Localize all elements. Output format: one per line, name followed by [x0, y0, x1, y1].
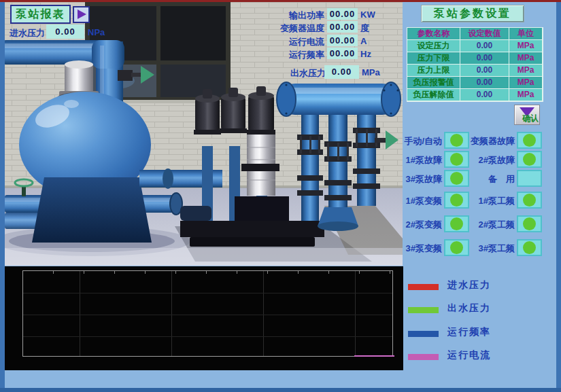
legend-swatch-run-current: [408, 354, 439, 360]
param-value[interactable]: 0.00: [460, 52, 509, 65]
status-label-vfd-fault: 变频器故障: [468, 135, 515, 147]
play-triangle-icon: [78, 10, 86, 19]
legend-label-run-frequency: 运行频率: [447, 326, 491, 338]
frame-border-left: [0, 2, 5, 392]
param-name: 压力上限: [407, 65, 460, 77]
status-indicator-pump2-fault: [517, 151, 542, 168]
legend-swatch-outlet-pressure: [408, 307, 439, 313]
legend-swatch-inlet-pressure: [408, 284, 439, 290]
param-name: 设定压力: [407, 40, 460, 52]
tank-pedestal: [32, 177, 152, 243]
output-power-value: 00.00: [327, 8, 358, 20]
status-indicator-manual-auto: [444, 132, 469, 149]
indicator-lamp-icon: [523, 153, 536, 166]
run-current-unit: A: [360, 36, 367, 46]
inverter-temp-label: 变频器温度: [271, 22, 324, 35]
status-label-pump1-mains: 1#泵工频: [468, 195, 515, 207]
hmi-screen: 泵站报表 进水压力 0.00 NPa 输出功率 00.00 KW 变频器温度 0…: [0, 0, 561, 392]
col-header-set-value: 设定数值: [460, 28, 509, 40]
report-nav-button[interactable]: [73, 6, 90, 23]
inverter-temp-unit: 度: [360, 22, 369, 35]
status-indicator-pump3-vfd: [444, 239, 469, 256]
param-unit: MPa: [509, 65, 543, 77]
legend-label-run-current: 运行电流: [447, 349, 491, 361]
param-unit: MPa: [509, 77, 543, 89]
run-frequency-unit: Hz: [360, 49, 371, 59]
settings-panel-title: 泵站参数设置: [421, 5, 524, 22]
outlet-pressure-value: 0.00: [324, 65, 359, 79]
param-value[interactable]: 0.00: [460, 77, 509, 89]
frame-border-right: [556, 2, 561, 392]
inlet-pressure-label: 进水压力: [10, 27, 45, 39]
status-label-pump3-fault: 3#泵故障: [398, 173, 442, 185]
indicator-lamp-icon: [523, 134, 536, 147]
status-indicator-pump1-vfd: [444, 192, 469, 209]
frame-border-top: [0, 0, 561, 2]
inlet-pressure-unit: NPa: [88, 27, 105, 37]
param-unit: MPa: [509, 52, 543, 65]
status-label-pump3-vfd: 3#泵变频: [398, 243, 442, 255]
run-current-value: 00.00: [327, 35, 358, 46]
indicator-lamp-icon: [450, 194, 463, 207]
run-current-trace: [354, 355, 394, 357]
col-header-param-name: 参数名称: [407, 28, 460, 40]
confirm-button-label: 确认: [522, 113, 539, 124]
frame-border-bottom: [0, 388, 561, 392]
inlet-pressure-value: 0.00: [46, 24, 84, 39]
status-indicator-pump2-vfd: [444, 215, 469, 232]
param-name: 负压解除值: [407, 89, 460, 101]
param-name: 压力下限: [407, 52, 460, 65]
x-axis-ticks: [23, 271, 392, 274]
param-value[interactable]: 0.00: [460, 89, 509, 101]
indicator-lamp-icon: [523, 217, 536, 230]
param-value[interactable]: 0.00: [460, 40, 509, 52]
outlet-pressure-label: 出水压力: [290, 67, 326, 79]
status-indicator-pump2-mains: [517, 215, 542, 232]
status-label-pump2-mains: 2#泵工频: [468, 219, 515, 231]
col-header-unit: 单位: [509, 28, 543, 40]
legend-swatch-run-frequency: [408, 331, 439, 337]
confirm-button[interactable]: 确认: [514, 105, 540, 125]
param-unit: MPa: [509, 89, 543, 101]
indicator-lamp-icon: [450, 217, 463, 230]
run-frequency-label: 运行频率: [271, 49, 324, 61]
inverter-temp-value: 00.00: [327, 21, 358, 33]
outlet-pressure-unit: MPa: [362, 67, 380, 77]
status-label-pump3-mains: 3#泵工频: [468, 243, 515, 255]
settings-table: 参数名称 设定数值 单位 设定压力 0.00 MPa 压力下限 0.00 MPa…: [407, 27, 543, 102]
indicator-lamp-icon: [523, 194, 536, 207]
indicator-lamp-icon: [450, 172, 463, 185]
indicator-lamp-icon: [450, 134, 463, 147]
pressure-tank: [19, 92, 152, 243]
run-current-label: 运行电流: [271, 36, 324, 48]
status-indicator-pump3-fault: [444, 170, 469, 187]
output-power-unit: KW: [360, 10, 375, 20]
legend-label-outlet-pressure: 出水压力: [447, 302, 491, 315]
status-indicator-pump3-mains: [517, 239, 542, 256]
param-unit: MPa: [509, 40, 543, 52]
status-label-pump2-fault: 2#泵故障: [468, 154, 515, 166]
indicator-lamp-icon: [450, 153, 463, 166]
header-manifold: [277, 82, 401, 116]
indicator-lamp-icon: [450, 241, 463, 254]
pump-motor: [247, 86, 275, 135]
legend-label-inlet-pressure: 进水压力: [447, 279, 491, 291]
status-label-pump1-vfd: 1#泵变频: [398, 195, 442, 207]
status-indicator-vfd-fault: [517, 132, 542, 149]
status-label-pump1-fault: 1#泵故障: [398, 154, 442, 166]
status-indicator-spare: [517, 170, 542, 187]
output-power-label: 输出功率: [271, 10, 324, 22]
trend-plot-area: [22, 270, 393, 357]
status-label-manual-auto: 手动/自动: [398, 135, 442, 147]
param-name: 负压报警值: [407, 77, 460, 89]
run-frequency-value: 00.00: [327, 48, 358, 59]
indicator-lamp-icon: [523, 241, 536, 254]
status-indicator-pump1-mains: [517, 192, 542, 209]
status-indicator-pump1-fault: [444, 151, 469, 168]
status-label-pump2-vfd: 2#泵变频: [398, 219, 442, 231]
trend-chart: [5, 266, 403, 370]
param-value[interactable]: 0.00: [460, 65, 509, 77]
report-button[interactable]: 泵站报表: [10, 5, 71, 24]
status-label-spare: 备 用: [468, 173, 515, 185]
